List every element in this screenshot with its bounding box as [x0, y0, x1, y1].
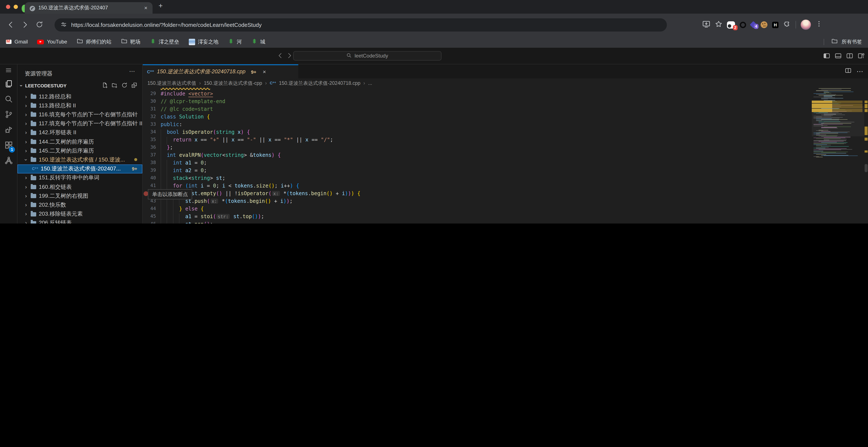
browser-profile-avatar[interactable]: [801, 20, 811, 30]
bookmark-item[interactable]: 城: [251, 38, 265, 45]
tree-item[interactable]: ›160.相交链表: [18, 182, 142, 191]
customize-layout-icon[interactable]: [858, 53, 865, 61]
extension-adblock-icon[interactable]: 2: [727, 21, 735, 28]
editor-more-icon[interactable]: ⋯: [857, 67, 864, 75]
tree-item[interactable]: ›144.二叉树的前序遍历: [18, 137, 142, 146]
extension-ring-icon[interactable]: [740, 22, 746, 28]
tree-item[interactable]: ›199.二叉树的右视图: [18, 191, 142, 200]
tree-item[interactable]: C⁺⁺150.逆波兰表达式求值-202407...9+: [18, 164, 142, 173]
bookmark-item[interactable]: 靶场: [121, 38, 141, 45]
extension-purple-diamond-icon[interactable]: 4: [751, 22, 756, 27]
menu-icon[interactable]: [0, 64, 17, 77]
code-line: 30// @lcpr-template-end: [143, 98, 812, 106]
new-tab-button[interactable]: +: [158, 2, 163, 10]
line-number: 46: [147, 221, 156, 224]
explorer-more-icon[interactable]: ⋯: [129, 68, 135, 74]
editor-tab-active[interactable]: C⁺⁺ 150.逆波兰表达式求值-20240718.cpp 9+ ×: [143, 64, 298, 78]
explorer-icon[interactable]: [0, 77, 17, 90]
minimap-line: [816, 145, 831, 146]
folder-icon: [31, 140, 36, 144]
minimap-line: [813, 134, 820, 134]
tree-item[interactable]: ›112.路径总和: [18, 92, 142, 101]
breadcrumb-item[interactable]: 150.逆波兰表达式求值: [148, 80, 196, 86]
warning-squiggle: [161, 88, 210, 90]
browser-menu-icon[interactable]: [815, 21, 823, 29]
minimap-line: [813, 94, 826, 94]
command-center-search[interactable]: leetCodeStudy: [293, 51, 441, 61]
new-file-icon[interactable]: [102, 82, 108, 89]
workspace-section-header[interactable]: › LEETCODESTUDY: [18, 81, 142, 90]
minimap-line: [813, 145, 827, 145]
breadcrumb-item[interactable]: 150.逆波兰表达式求值-cpp: [204, 80, 262, 86]
all-bookmarks-label[interactable]: 所有书签: [842, 38, 862, 45]
breadcrumb-item[interactable]: ...: [368, 81, 372, 86]
minimap-line: [824, 96, 832, 97]
bookmark-item[interactable]: 师傅们的站: [76, 38, 112, 45]
line-number: 35: [147, 137, 156, 142]
folder-icon: [31, 212, 36, 216]
tree-item[interactable]: ›116.填充每个节点的下一个右侧节点指针: [18, 110, 142, 119]
tree-item[interactable]: ›203.移除链表元素: [18, 210, 142, 218]
bookmark-item[interactable]: 澪之壁垒: [150, 38, 179, 45]
reload-icon[interactable]: [36, 21, 43, 30]
remote-explorer-icon[interactable]: [0, 154, 17, 167]
url-bar[interactable]: https://local.forsakendelusion.online/?f…: [55, 18, 667, 32]
download-page-icon[interactable]: [702, 20, 710, 30]
source-control-icon[interactable]: [0, 108, 17, 121]
minimap[interactable]: [812, 88, 864, 224]
bookmark-item[interactable]: 澪妄之地: [189, 38, 218, 45]
bookmark-item[interactable]: 河: [228, 38, 242, 45]
back-icon[interactable]: [7, 21, 14, 30]
code-line: 31// @lc code=start: [143, 106, 812, 114]
macos-minimize-button[interactable]: [13, 5, 18, 9]
bookmark-item[interactable]: YouTube: [37, 39, 67, 45]
overview-ruler[interactable]: [864, 88, 868, 224]
modified-dot-icon: [134, 158, 137, 161]
split-editor-icon[interactable]: [845, 67, 851, 75]
tab-close-icon[interactable]: ×: [144, 5, 148, 11]
collapse-all-icon[interactable]: [131, 82, 137, 89]
tree-item[interactable]: ›113.路径总和 II: [18, 101, 142, 110]
tree-item[interactable]: ›145.二叉树的后序遍历: [18, 146, 142, 155]
tree-item[interactable]: ›202.快乐数: [18, 200, 142, 210]
run-debug-icon[interactable]: [0, 123, 17, 136]
bookmark-star-icon[interactable]: [715, 20, 722, 29]
site-settings-icon[interactable]: [61, 21, 67, 29]
bookmark-item[interactable]: Gmail: [6, 39, 28, 45]
extension-h-icon[interactable]: H: [772, 22, 778, 28]
indent-guide: [161, 129, 167, 137]
toggle-sidebar-icon[interactable]: [823, 53, 830, 61]
avatar-icon: [189, 38, 195, 45]
breadcrumb-separator-icon: ›: [265, 80, 267, 86]
breadcrumb-separator-icon: ›: [199, 80, 201, 86]
minimap-line: [821, 119, 847, 120]
search-view-icon[interactable]: [0, 93, 17, 105]
line-number: 45: [147, 214, 156, 219]
toggle-secondary-sidebar-icon[interactable]: [846, 53, 853, 61]
tree-item[interactable]: ›206.反转链表: [18, 219, 142, 224]
forward-icon[interactable]: [21, 21, 29, 30]
tree-item[interactable]: ›150.逆波兰表达式求值 / 150.逆波...: [18, 155, 142, 164]
history-forward-icon[interactable]: [286, 53, 293, 61]
breadcrumb-item[interactable]: 150.逆波兰表达式求值-20240718.cpp: [279, 80, 360, 86]
scrollbar-thumb[interactable]: [865, 164, 868, 172]
tree-item[interactable]: ›142.环形链表 II: [18, 128, 142, 137]
bookmark-label: Gmail: [14, 39, 28, 45]
refresh-explorer-icon[interactable]: [121, 82, 127, 89]
new-folder-icon[interactable]: [112, 82, 118, 89]
toggle-panel-icon[interactable]: [835, 53, 842, 61]
macos-close-button[interactable]: [6, 5, 10, 9]
code-line: 41for (int i = 0; i < tokens.size(); i++…: [143, 183, 812, 190]
history-back-icon[interactable]: [277, 53, 283, 61]
code-area[interactable]: 单击以添加断点 29#include <vector>30// @lcpr-te…: [143, 88, 812, 224]
breakpoint-dot[interactable]: [144, 191, 148, 196]
tree-item[interactable]: ›117.填充每个节点的下一个右侧节点指针 II: [18, 119, 142, 128]
code-text: a1 = stoi(str: st.top());: [161, 214, 264, 221]
editor-tab-close-icon[interactable]: ×: [263, 69, 266, 75]
browser-tab[interactable]: 150.逆波兰表达式求值-202407 ×: [25, 2, 153, 13]
line-number: 38: [147, 160, 156, 165]
extension-puzzle-icon[interactable]: [783, 20, 791, 29]
extension-cookie-icon[interactable]: [761, 21, 768, 28]
extension-badge: 2: [733, 25, 738, 30]
tree-item[interactable]: ›151.反转字符串中的单词: [18, 173, 142, 182]
